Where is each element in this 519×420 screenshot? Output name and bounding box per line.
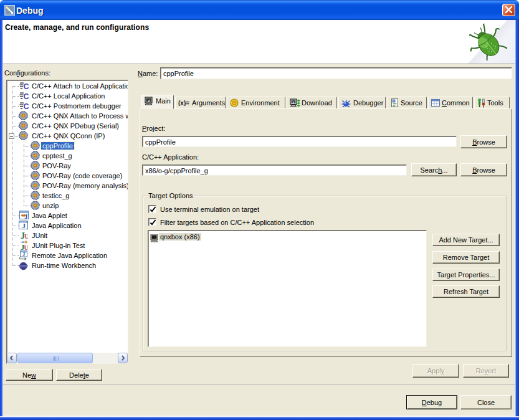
- svg-text:(x)=: (x)=: [178, 100, 189, 106]
